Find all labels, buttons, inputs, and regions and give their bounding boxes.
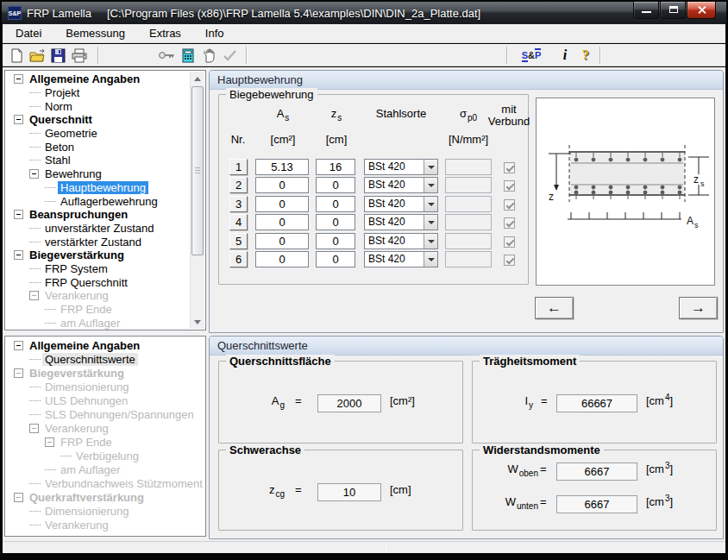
collapse-icon[interactable] xyxy=(29,291,39,300)
zs-input[interactable] xyxy=(316,177,355,193)
prev-button[interactable]: ← xyxy=(535,297,574,319)
as-input[interactable] xyxy=(255,159,309,175)
sp-logo-button[interactable]: S&P xyxy=(517,47,546,64)
querschnittswerte-panel: Querschnittswerte Querschnittsfläche Ag … xyxy=(209,336,724,539)
tree-item[interactable]: unverstärkter Zustand xyxy=(5,222,205,236)
tree-item[interactable]: am Auflager xyxy=(5,462,205,476)
menu-info[interactable]: Info xyxy=(204,25,226,41)
zs-input[interactable] xyxy=(316,233,355,249)
menu-extras[interactable]: Extras xyxy=(147,25,183,41)
collapse-icon[interactable] xyxy=(14,210,23,219)
tree-item[interactable]: Geometrie xyxy=(5,127,205,141)
collapse-icon[interactable] xyxy=(14,74,23,84)
zs-input[interactable] xyxy=(316,251,355,267)
minimize-button[interactable] xyxy=(633,2,659,19)
as-input[interactable] xyxy=(255,214,309,230)
tree-item[interactable]: ULS Dehnungen xyxy=(5,393,205,407)
as-input[interactable] xyxy=(255,251,309,267)
tree-item[interactable]: Auflagerbewehrung xyxy=(5,194,205,208)
tree-item[interactable]: Querkraftverstärkung xyxy=(5,490,205,504)
as-input[interactable] xyxy=(255,177,309,193)
dropdown-arrow-icon[interactable] xyxy=(424,252,437,267)
hand-button[interactable] xyxy=(200,47,217,64)
stahlsorte-select[interactable]: BSt 420 xyxy=(364,214,438,230)
tree-item-querschnittswerte[interactable]: Querschnittswerte xyxy=(5,352,205,366)
collapse-icon[interactable] xyxy=(45,437,54,447)
tree-item[interactable]: Allgemeine Angaben xyxy=(5,72,205,86)
tree-item[interactable]: Allgemeine Angaben xyxy=(5,338,205,352)
save-button[interactable] xyxy=(49,47,66,64)
dropdown-arrow-icon[interactable] xyxy=(424,178,437,192)
tree-item[interactable]: Verbundnachweis Stützmoment xyxy=(5,476,205,490)
row-number-button[interactable]: 5 xyxy=(229,233,248,249)
stahlsorte-select[interactable]: BSt 420 xyxy=(364,251,438,267)
row-number-button[interactable]: 1 xyxy=(229,159,248,175)
scroll-down-button[interactable] xyxy=(191,315,204,329)
new-file-button[interactable] xyxy=(8,47,25,64)
tree-item[interactable]: FRP Ende xyxy=(5,435,205,449)
tree-item[interactable]: Dimensionierung xyxy=(5,504,205,518)
tree-item[interactable]: Dimensionierung xyxy=(5,380,205,393)
help-button[interactable]: ? xyxy=(577,47,594,64)
zs-input[interactable] xyxy=(316,196,355,212)
tree-scrollbar[interactable] xyxy=(190,72,204,329)
collapse-icon[interactable] xyxy=(14,493,23,502)
menu-datei[interactable]: Datei xyxy=(14,25,43,41)
tree-item[interactable]: Verankerung xyxy=(5,421,205,435)
zs-input[interactable] xyxy=(316,159,355,175)
tree-item[interactable]: FRP Ende xyxy=(5,303,205,317)
close-button[interactable] xyxy=(687,2,716,19)
collapse-icon[interactable] xyxy=(14,368,23,378)
tree-item[interactable]: FRP Querschnitt xyxy=(5,275,205,289)
stahlsorte-select[interactable]: BSt 420 xyxy=(364,233,438,249)
tree-item[interactable]: Projekt xyxy=(5,86,205,100)
tree-item[interactable]: Biegeverstärkung xyxy=(5,249,205,262)
tree-item[interactable]: Querschnitt xyxy=(5,113,205,127)
info-button[interactable]: i xyxy=(556,47,574,64)
collapse-icon[interactable] xyxy=(29,169,39,179)
stahlsorte-select[interactable]: BSt 420 xyxy=(364,196,438,212)
tree-item[interactable]: Stahl xyxy=(5,154,205,167)
zs-input[interactable] xyxy=(316,214,355,230)
scrollbar-thumb[interactable] xyxy=(191,86,204,255)
dropdown-arrow-icon[interactable] xyxy=(424,215,437,230)
tree-item[interactable]: Beanspruchungen xyxy=(5,208,205,222)
scroll-up-button[interactable] xyxy=(191,72,204,85)
tree-item[interactable]: SLS Dehnungen/Spannungen xyxy=(5,407,205,421)
tree-item[interactable]: verstärkter Zustand xyxy=(5,235,205,249)
row-number-button[interactable]: 4 xyxy=(229,214,248,230)
dropdown-arrow-icon[interactable] xyxy=(424,197,437,211)
tree-item[interactable]: am Auflager xyxy=(5,316,205,330)
tree-item[interactable]: Verbundnachweis Stützmoment xyxy=(5,330,205,330)
print-button[interactable] xyxy=(71,47,88,64)
dropdown-arrow-icon[interactable] xyxy=(424,160,437,174)
maximize-button[interactable] xyxy=(660,2,686,19)
stahlsorte-select[interactable]: BSt 420 xyxy=(364,159,438,175)
tree-item[interactable]: Norm xyxy=(5,99,205,113)
tree-item[interactable]: Bewehrung xyxy=(5,167,205,181)
check-button[interactable] xyxy=(221,47,238,64)
tree-item[interactable]: Beton xyxy=(5,140,205,154)
dropdown-arrow-icon[interactable] xyxy=(424,234,437,249)
row-number-button[interactable]: 6 xyxy=(229,251,248,267)
collapse-icon[interactable] xyxy=(14,115,23,124)
key-button[interactable] xyxy=(158,47,175,64)
row-number-button[interactable]: 3 xyxy=(229,196,248,212)
tree-item[interactable]: Biegeverstärkung xyxy=(5,366,205,380)
tree-item[interactable]: Verbügelung xyxy=(5,449,205,462)
open-file-button[interactable] xyxy=(28,47,46,64)
tree-item[interactable]: Verankerung xyxy=(5,289,205,303)
collapse-icon[interactable] xyxy=(14,341,23,350)
menu-bemessung[interactable]: Bemessung xyxy=(64,25,127,41)
as-input[interactable] xyxy=(255,196,309,212)
tree-item[interactable]: Verankerung xyxy=(5,518,205,532)
tree-item-hauptbewehrung[interactable]: Hauptbewehrung xyxy=(5,181,205,195)
row-number-button[interactable]: 2 xyxy=(229,177,248,193)
next-button[interactable]: → xyxy=(679,297,718,319)
as-input[interactable] xyxy=(255,233,309,249)
collapse-icon[interactable] xyxy=(14,250,23,260)
calculator-button[interactable] xyxy=(179,47,197,64)
collapse-icon[interactable] xyxy=(29,424,39,433)
stahlsorte-select[interactable]: BSt 420 xyxy=(364,177,438,193)
tree-item[interactable]: FRP System xyxy=(5,262,205,276)
